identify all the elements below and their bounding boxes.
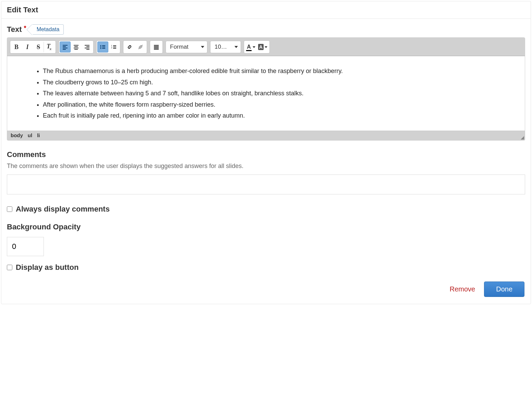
list-group: 12: [96, 40, 120, 53]
path-ul[interactable]: ul: [28, 132, 32, 138]
comments-help: The comments are shown when the user dis…: [7, 163, 525, 170]
text-field-label: Text: [7, 25, 22, 34]
bullet-list-button[interactable]: [97, 41, 108, 52]
svg-point-13: [100, 46, 101, 47]
editor-content[interactable]: The Rubus chamaemorus is a herb producin…: [7, 56, 525, 131]
svg-text:2: 2: [111, 47, 112, 49]
comments-title: Comments: [7, 150, 525, 159]
required-asterisk: *: [24, 25, 26, 32]
bg-color-button[interactable]: A: [257, 41, 269, 52]
strikethrough-button[interactable]: S: [33, 41, 44, 52]
list-item: Each fruit is initially pale red, ripeni…: [43, 110, 517, 121]
rich-text-editor: B I S Tx: [7, 37, 525, 141]
edit-text-panel: Edit Text Text * Metadata B I S Tx: [1, 1, 531, 304]
link-group: [123, 40, 147, 53]
caret-down-icon: [253, 46, 255, 48]
footer: Remove Done: [1, 278, 531, 304]
editor-toolbar: B I S Tx: [7, 38, 525, 56]
resize-handle[interactable]: [521, 136, 524, 140]
done-button[interactable]: Done: [484, 282, 524, 297]
italic-button[interactable]: I: [22, 41, 33, 52]
svg-point-12: [100, 45, 101, 46]
content-list: The Rubus chamaemorus is a herb producin…: [15, 66, 517, 121]
path-body[interactable]: body: [11, 132, 23, 138]
list-item: After pollination, the white flowers for…: [43, 99, 517, 110]
list-item: The leaves alternate between having 5 an…: [43, 88, 517, 99]
align-right-button[interactable]: [82, 41, 93, 52]
unlink-button[interactable]: [135, 41, 146, 52]
align-left-button[interactable]: [60, 41, 71, 52]
always-display-label[interactable]: Always display comments: [16, 205, 110, 214]
font-size-select[interactable]: 10…: [210, 41, 241, 53]
metadata-button[interactable]: Metadata: [32, 24, 64, 35]
link-button[interactable]: [124, 41, 135, 52]
align-group: [59, 40, 94, 53]
color-group: A A: [244, 40, 270, 53]
numbered-list-button[interactable]: 12: [108, 41, 119, 52]
caret-down-icon: [265, 46, 267, 48]
format-group: B I S Tx: [10, 40, 56, 53]
caret-down-icon: [201, 46, 204, 48]
font-size-label: 10…: [215, 44, 227, 50]
display-button-row: Display as button: [7, 263, 525, 272]
comments-input[interactable]: [7, 175, 525, 194]
opacity-title: Background Opacity: [7, 223, 525, 231]
text-field-row: Text * Metadata: [7, 24, 525, 35]
always-display-row: Always display comments: [7, 205, 525, 214]
text-color-button[interactable]: A: [245, 41, 257, 52]
always-display-checkbox[interactable]: [7, 206, 12, 212]
panel-header: Edit Text: [1, 1, 531, 19]
panel-body: Text * Metadata B I S Tx: [1, 19, 531, 278]
remove-format-button[interactable]: Tx: [44, 41, 55, 52]
caret-down-icon: [234, 46, 238, 48]
justify-button[interactable]: [151, 41, 162, 52]
path-li[interactable]: li: [37, 132, 40, 138]
opacity-input[interactable]: [7, 237, 44, 256]
element-path: body ul li: [7, 131, 525, 140]
remove-link[interactable]: Remove: [450, 285, 475, 293]
display-button-label[interactable]: Display as button: [16, 263, 78, 272]
bold-button[interactable]: B: [11, 41, 22, 52]
display-button-checkbox[interactable]: [7, 265, 12, 270]
format-select[interactable]: Format: [166, 41, 207, 53]
metadata-label: Metadata: [37, 26, 60, 32]
page-title: Edit Text: [7, 5, 525, 14]
justify-group: [150, 40, 163, 53]
align-center-button[interactable]: [71, 41, 82, 52]
list-item: The Rubus chamaemorus is a herb producin…: [43, 66, 517, 76]
list-item: The cloudberry grows to 10–25 cm high.: [43, 77, 517, 88]
format-select-label: Format: [170, 44, 189, 50]
svg-point-14: [100, 48, 101, 49]
